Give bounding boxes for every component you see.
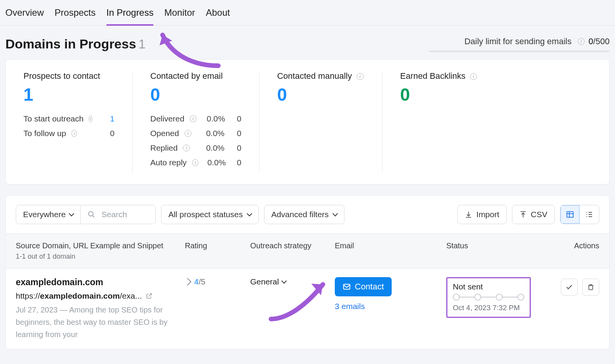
daily-limit-value: 0/500	[588, 37, 610, 47]
status-filter-dropdown[interactable]: All prospect statuses	[161, 205, 259, 224]
stat-manual-value: 0	[277, 86, 364, 103]
mail-icon	[342, 283, 351, 291]
info-icon[interactable]: i	[71, 130, 77, 137]
table-header: Source Domain, URL Example and Snippet 1…	[6, 233, 609, 269]
download-icon	[465, 211, 472, 218]
chevron-down-icon	[69, 211, 74, 216]
tab-about[interactable]: About	[206, 0, 230, 25]
info-icon[interactable]: i	[190, 115, 196, 122]
status-date: Oct 4, 2023 7:32 PM	[453, 304, 524, 312]
stat-prospects: Prospects to contact 1 To start outreach…	[6, 71, 133, 173]
chevron-down-icon	[332, 211, 338, 216]
export-csv-button[interactable]: CSV	[512, 205, 555, 224]
chevron-down-icon	[247, 211, 252, 216]
page-header: Domains in Progress1 Daily limit for sen…	[0, 26, 615, 59]
view-table-button[interactable]	[560, 205, 580, 224]
svg-rect-11	[344, 284, 350, 289]
stat-emailed: Contacted by email 0 Deliveredi0.0%0 Ope…	[133, 71, 259, 173]
info-icon[interactable]: i	[192, 159, 198, 166]
daily-limit-label: Daily limit for sending emails	[464, 37, 572, 47]
page-title-count: 1	[138, 37, 146, 51]
view-list-button[interactable]	[580, 205, 599, 224]
table-row: exampledomain.com https://exampledomain.…	[6, 269, 609, 349]
svg-rect-12	[589, 286, 593, 290]
stats-card: Prospects to contact 1 To start outreach…	[5, 59, 610, 184]
domain-url[interactable]: https://exampledomain.com/exa...	[16, 291, 185, 301]
stat-prospects-label: Prospects to contact	[23, 71, 115, 81]
list-icon	[585, 210, 593, 219]
stat-emailed-value: 0	[150, 86, 241, 103]
info-icon[interactable]: i	[89, 115, 92, 122]
tab-in-progress[interactable]: In Progress	[106, 0, 154, 25]
table-icon	[566, 210, 574, 219]
stat-emailed-label: Contacted by email	[150, 71, 241, 81]
th-status: Status	[446, 241, 554, 250]
import-button[interactable]: Import	[457, 205, 507, 224]
external-link-icon	[146, 293, 153, 299]
tab-overview[interactable]: Overview	[5, 0, 44, 25]
chevron-down-icon	[281, 278, 287, 284]
domains-table-card: Everywhere All prospect statuses Advance…	[5, 195, 610, 349]
svg-point-9	[586, 216, 587, 217]
svg-point-7	[586, 214, 587, 215]
info-icon[interactable]: i	[357, 73, 364, 80]
cell-email: Contact 3 emails	[335, 277, 446, 311]
scope-search-group: Everywhere	[16, 205, 156, 224]
status-label: Not sent	[453, 282, 524, 291]
table-range: 1-1 out of 1 domain	[16, 253, 185, 261]
tab-prospects[interactable]: Prospects	[55, 0, 96, 25]
th-rating: Rating	[185, 241, 250, 250]
stat-backlinks-value: 0	[400, 86, 592, 103]
snippet: Jul 27, 2023 — Among the top SEO tips fo…	[16, 304, 170, 341]
trash-icon	[587, 283, 595, 291]
upload-icon	[519, 211, 527, 218]
search-input[interactable]	[98, 205, 155, 224]
cell-actions	[554, 277, 599, 296]
cell-rating[interactable]: 4/5	[185, 277, 250, 286]
delete-button[interactable]	[582, 279, 599, 296]
mark-done-button[interactable]	[561, 279, 578, 296]
th-strategy: Outreach strategy	[250, 241, 335, 250]
cell-status: Not sent Oct 4, 2023 7:32 PM	[446, 277, 554, 318]
th-source: Source Domain, URL Example and Snippet	[16, 241, 185, 250]
cell-source: exampledomain.com https://exampledomain.…	[16, 277, 185, 341]
domain-name[interactable]: exampledomain.com	[16, 277, 185, 288]
contact-button[interactable]: Contact	[335, 277, 392, 296]
stat-backlinks-label: Earned Backlinks i	[400, 71, 592, 81]
svg-line-1	[92, 216, 94, 218]
chevron-right-icon	[184, 278, 191, 286]
stat-backlinks: Earned Backlinks i 0	[382, 71, 609, 173]
scope-dropdown[interactable]: Everywhere	[16, 205, 80, 224]
page-title: Domains in Progress1	[5, 37, 146, 52]
search-icon	[88, 211, 95, 218]
substat-follow-up: To follow up i 0	[23, 129, 115, 138]
view-toggle	[560, 205, 599, 224]
substat-start-outreach: To start outreach i 1	[23, 114, 115, 123]
check-icon	[565, 283, 573, 291]
emails-link[interactable]: 3 emails	[335, 302, 446, 311]
daily-limit-progress	[429, 50, 610, 52]
svg-rect-2	[567, 212, 573, 218]
advanced-filters-dropdown[interactable]: Advanced filters	[264, 205, 344, 224]
info-icon[interactable]: i	[183, 145, 190, 151]
stat-manual-label: Contacted manually i	[277, 71, 364, 81]
stat-manual: Contacted manually i 0	[259, 71, 382, 173]
status-box: Not sent Oct 4, 2023 7:32 PM	[446, 277, 531, 318]
svg-point-0	[88, 212, 93, 216]
info-icon[interactable]: i	[184, 130, 191, 137]
search-icon-wrap	[81, 205, 98, 224]
cell-strategy[interactable]: General	[250, 277, 335, 286]
info-icon[interactable]: i	[578, 38, 585, 45]
info-icon[interactable]: i	[470, 73, 477, 80]
daily-limit: Daily limit for sending emails i 0/500	[429, 37, 610, 52]
th-actions: Actions	[554, 241, 599, 250]
svg-point-5	[586, 212, 587, 213]
th-email: Email	[335, 241, 446, 250]
stat-prospects-value: 1	[23, 86, 115, 103]
tab-monitor[interactable]: Monitor	[164, 0, 195, 25]
tabs-bar: Overview Prospects In Progress Monitor A…	[0, 0, 615, 26]
status-steps	[453, 294, 524, 301]
filter-bar: Everywhere All prospect statuses Advance…	[6, 196, 609, 233]
